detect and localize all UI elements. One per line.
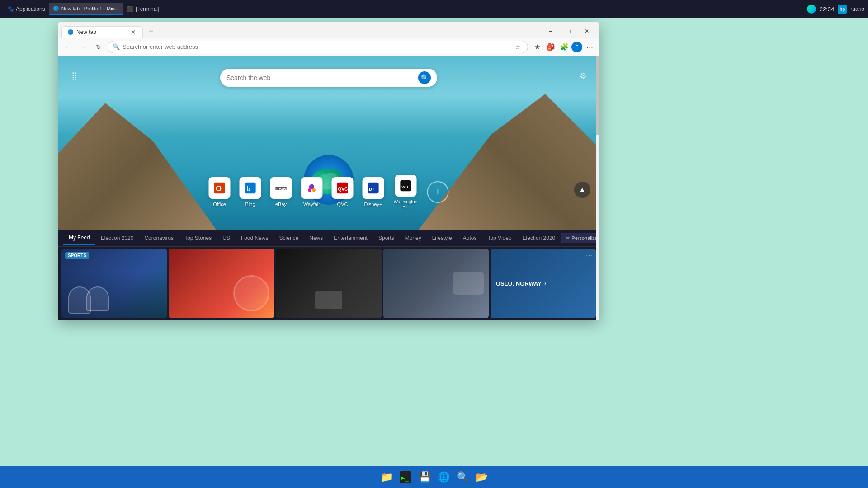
news-tab-election-2020[interactable]: Election 2020 bbox=[95, 231, 139, 245]
favorites-button[interactable]: ★ bbox=[531, 41, 543, 53]
quick-links: O Office b Bing bbox=[209, 175, 449, 209]
news-card-dark[interactable] bbox=[276, 249, 381, 318]
paw-icon: 🐾 bbox=[7, 6, 14, 12]
taskbar-app-edge[interactable]: New tab - Profile 1 - Micr... bbox=[49, 3, 124, 15]
bing-icon: b bbox=[240, 177, 261, 199]
extensions-button[interactable]: 🧩 bbox=[558, 41, 571, 53]
news-tab-us[interactable]: US bbox=[217, 231, 236, 245]
oslo-card-menu[interactable]: ⋯ bbox=[586, 252, 592, 259]
quick-link-wayfair[interactable]: Wayfair bbox=[301, 177, 323, 207]
back-button[interactable]: ← bbox=[61, 41, 74, 53]
page-search-button[interactable]: 🔍 bbox=[418, 71, 431, 84]
news-card-oslo[interactable]: OSLO, NORWAY › ⋯ bbox=[491, 249, 596, 318]
qvc-label: QVC bbox=[337, 202, 348, 207]
quick-link-qvc[interactable]: QVC QVC bbox=[332, 177, 354, 207]
taskbar-app-applications[interactable]: 🐾 Applications bbox=[4, 4, 49, 14]
new-tab-button[interactable]: + bbox=[145, 25, 157, 38]
page-settings-button[interactable]: ⚙ bbox=[576, 69, 590, 83]
office-label: Office bbox=[213, 202, 226, 207]
page-search-bar[interactable]: 🔍 bbox=[220, 69, 437, 87]
taskbar-app-terminal[interactable]: ⬛ [Terminal] bbox=[123, 4, 163, 14]
more-button[interactable]: ⋯ bbox=[583, 41, 596, 53]
quick-link-bing[interactable]: b Bing bbox=[240, 177, 261, 207]
news-tab-coronavirus[interactable]: Coronavirus bbox=[139, 231, 179, 245]
news-tab-lifestyle[interactable]: Lifestyle bbox=[427, 231, 458, 245]
scrollbar-thumb[interactable] bbox=[596, 56, 599, 135]
taskbar-terminal-icon[interactable]: ▶_ bbox=[397, 469, 414, 486]
qvc-icon: QVC bbox=[332, 177, 354, 199]
quick-link-office[interactable]: O Office bbox=[209, 177, 231, 207]
taskbar-search-icon[interactable]: 🔍 bbox=[454, 469, 471, 486]
news-card-sports1[interactable]: SPORTS bbox=[61, 249, 167, 318]
quick-link-washington[interactable]: wp Washington P... bbox=[393, 175, 418, 209]
taskbar-disk-icon[interactable]: 💾 bbox=[416, 469, 433, 486]
terminal-icon: ⬛ bbox=[127, 6, 134, 12]
news-tab-top-video[interactable]: Top Video bbox=[482, 231, 517, 245]
add-quick-link-button[interactable]: + bbox=[427, 181, 449, 203]
disney-label: Disney+ bbox=[364, 202, 382, 207]
profile-button[interactable]: P bbox=[571, 42, 582, 52]
svg-point-11 bbox=[312, 188, 315, 192]
news-tab-food-news[interactable]: Food News bbox=[236, 231, 274, 245]
ebay-label: eBay bbox=[275, 202, 287, 207]
taskbar-network-icon[interactable]: 🌐 bbox=[435, 469, 452, 486]
news-bar: My Feed Election 2020 Coronavirus Top St… bbox=[58, 230, 599, 320]
news-tab-entertainment[interactable]: Entertainment bbox=[328, 231, 373, 245]
browser-window: New tab ✕ + – □ ✕ ← → ↻ 🔍 ☆ ★ 🎒 🧩 P ⋯ bbox=[58, 22, 599, 320]
address-bar: ← → ↻ 🔍 ☆ ★ 🎒 🧩 P ⋯ bbox=[58, 38, 599, 56]
page-search-input[interactable] bbox=[226, 74, 415, 81]
svg-text:▶_: ▶_ bbox=[401, 474, 409, 482]
news-tab-my-feed[interactable]: My Feed bbox=[63, 231, 95, 245]
url-input[interactable] bbox=[123, 43, 509, 50]
svg-text:D+: D+ bbox=[369, 187, 375, 192]
lock-icon: 🔍 bbox=[113, 43, 120, 50]
wayfair-icon bbox=[301, 177, 323, 199]
browser-tab[interactable]: New tab ✕ bbox=[61, 26, 143, 38]
oslo-title: OSLO, NORWAY bbox=[496, 280, 542, 287]
news-card-tech[interactable] bbox=[383, 249, 489, 318]
svg-text:wp: wp bbox=[401, 184, 408, 189]
wayfair-label: Wayfair bbox=[303, 202, 320, 207]
news-tab-top-stories[interactable]: Top Stories bbox=[179, 231, 217, 245]
taskbar-right: 22:34 hp ruario bbox=[807, 5, 864, 14]
reload-button[interactable]: ↻ bbox=[92, 41, 105, 53]
news-tab-news[interactable]: News bbox=[304, 231, 328, 245]
bing-label: Bing bbox=[245, 202, 255, 207]
dots-grid-button[interactable]: ⣿ bbox=[67, 69, 81, 83]
washington-icon: wp bbox=[395, 175, 416, 197]
browser-content: ⣿ 🔍 ⚙ bbox=[58, 56, 599, 320]
news-tab-autos[interactable]: Autos bbox=[458, 231, 482, 245]
office-icon: O bbox=[209, 177, 231, 199]
quick-link-ebay[interactable]: eBay eBay bbox=[270, 177, 292, 207]
browser-scrollbar[interactable] bbox=[596, 56, 599, 320]
svg-point-10 bbox=[308, 188, 311, 192]
washington-label: Washington P... bbox=[393, 199, 418, 209]
window-controls: – □ ✕ bbox=[542, 25, 596, 38]
collections-button[interactable]: 🎒 bbox=[544, 41, 557, 53]
taskbar-folder-icon[interactable]: 📂 bbox=[473, 469, 490, 486]
news-tab-money[interactable]: Money bbox=[400, 231, 427, 245]
scroll-up-button[interactable]: ▲ bbox=[574, 182, 590, 198]
disney-icon: D+ bbox=[363, 177, 384, 199]
tab-close-button[interactable]: ✕ bbox=[130, 28, 137, 36]
url-actions: ☆ bbox=[512, 42, 523, 52]
news-card-football[interactable] bbox=[169, 249, 274, 318]
favorites-icon[interactable]: ☆ bbox=[512, 42, 523, 52]
minimize-button[interactable]: – bbox=[542, 25, 560, 38]
edge-tray-icon bbox=[807, 5, 816, 14]
news-tab-election-2020-2[interactable]: Election 2020 bbox=[517, 231, 561, 245]
bottom-taskbar: 📁 ▶_ 💾 🌐 🔍 📂 bbox=[0, 466, 868, 488]
personalize-button[interactable]: ✏ Personalize bbox=[561, 233, 599, 243]
news-tabs: My Feed Election 2020 Coronavirus Top St… bbox=[58, 230, 599, 247]
toolbar-right: ★ 🎒 🧩 P ⋯ bbox=[531, 41, 596, 53]
edge-icon bbox=[52, 5, 60, 12]
quick-link-disney[interactable]: D+ Disney+ bbox=[363, 177, 384, 207]
news-tab-sports[interactable]: Sports bbox=[373, 231, 400, 245]
taskbar-files-icon[interactable]: 📁 bbox=[378, 469, 395, 486]
tab-title: New tab bbox=[76, 29, 96, 35]
forward-button[interactable]: → bbox=[77, 41, 90, 53]
maximize-button[interactable]: □ bbox=[560, 25, 578, 38]
url-bar[interactable]: 🔍 ☆ bbox=[108, 41, 528, 53]
close-button[interactable]: ✕ bbox=[578, 25, 596, 38]
news-tab-science[interactable]: Science bbox=[274, 231, 304, 245]
